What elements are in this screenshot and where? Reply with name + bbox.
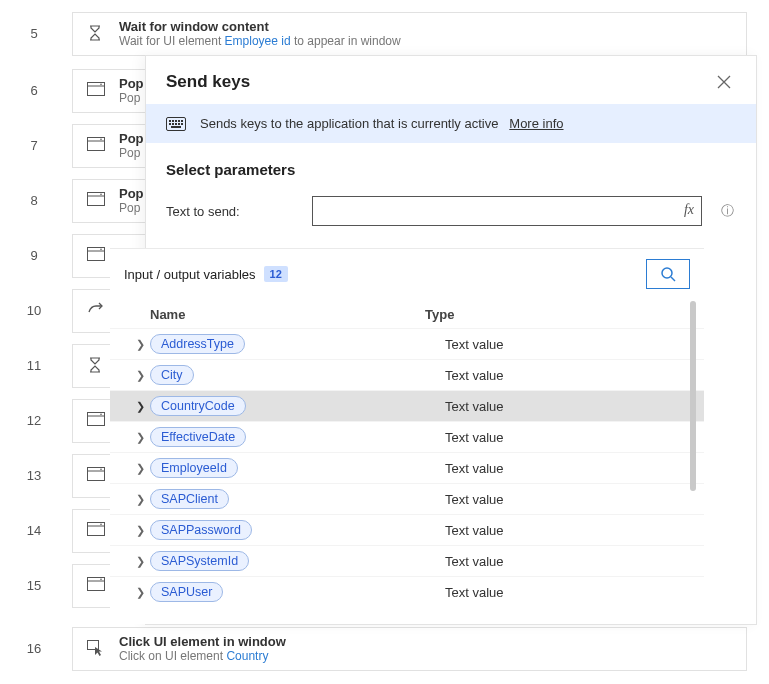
svg-point-20 (100, 524, 102, 526)
chevron-right-icon[interactable]: ❯ (130, 369, 150, 382)
dialog-title: Send keys (166, 72, 250, 92)
chevron-right-icon[interactable]: ❯ (130, 586, 150, 599)
svg-rect-0 (88, 83, 105, 96)
step-number: 6 (24, 83, 44, 98)
variable-row[interactable]: ❯SAPSystemIdText value (110, 545, 704, 576)
window-icon (87, 412, 105, 426)
window-icon (87, 82, 105, 96)
info-text: Sends keys to the application that is cu… (200, 116, 498, 131)
chevron-right-icon[interactable]: ❯ (130, 400, 150, 413)
variable-chip[interactable]: SAPClient (150, 489, 229, 509)
svg-rect-27 (172, 120, 174, 122)
chevron-right-icon[interactable]: ❯ (130, 524, 150, 537)
chevron-right-icon[interactable]: ❯ (130, 431, 150, 444)
chevron-right-icon[interactable]: ❯ (130, 338, 150, 351)
svg-rect-26 (169, 120, 171, 122)
window-icon (87, 577, 105, 591)
variable-row[interactable]: ❯AddressTypeText value (110, 328, 704, 359)
window-icon (87, 192, 105, 206)
svg-rect-28 (175, 120, 177, 122)
step-link[interactable]: Country (226, 649, 268, 663)
variable-row[interactable]: ❯CountryCodeText value (110, 390, 704, 421)
variable-row[interactable]: ❯SAPClientText value (110, 483, 704, 514)
step-card[interactable]: Click UI element in windowClick on UI el… (72, 627, 747, 671)
variable-chip[interactable]: EmployeeId (150, 458, 238, 478)
param-label: Text to send: (166, 204, 296, 219)
svg-point-37 (662, 268, 672, 278)
more-info-link[interactable]: More info (509, 116, 563, 131)
variable-chip[interactable]: SAPUser (150, 582, 223, 602)
svg-rect-29 (178, 120, 180, 122)
variable-chip[interactable]: AddressType (150, 334, 245, 354)
search-button[interactable] (646, 259, 690, 289)
search-icon (660, 266, 676, 282)
variable-chip[interactable]: CountryCode (150, 396, 246, 416)
svg-rect-36 (171, 126, 181, 128)
step-number: 9 (24, 248, 44, 263)
step-subtitle: Wait for UI element Employee id to appea… (119, 34, 736, 48)
svg-point-14 (100, 414, 102, 416)
chevron-right-icon[interactable]: ❯ (130, 555, 150, 568)
step-number: 8 (24, 193, 44, 208)
column-type-header: Type (425, 307, 454, 322)
variable-count-badge: 12 (264, 266, 288, 282)
scrollbar[interactable] (690, 301, 696, 491)
chevron-right-icon[interactable]: ❯ (130, 462, 150, 475)
info-icon[interactable]: ⓘ (718, 202, 736, 220)
svg-point-2 (100, 84, 102, 86)
variable-type: Text value (445, 368, 504, 383)
svg-rect-31 (169, 123, 171, 125)
send-keys-dialog: Send keys Sends keys to the application … (145, 55, 757, 625)
window-icon (87, 247, 105, 261)
close-button[interactable] (712, 70, 736, 94)
svg-rect-30 (181, 120, 183, 122)
svg-rect-3 (88, 138, 105, 151)
column-name-header: Name (150, 307, 425, 322)
chevron-right-icon[interactable]: ❯ (130, 493, 150, 506)
svg-point-23 (100, 579, 102, 581)
svg-rect-21 (88, 578, 105, 591)
hourglass-icon (87, 25, 103, 41)
variable-type: Text value (445, 461, 504, 476)
variable-chip[interactable]: EffectiveDate (150, 427, 246, 447)
variable-type: Text value (445, 492, 504, 507)
variable-row[interactable]: ❯SAPUserText value (110, 576, 704, 607)
close-icon (717, 75, 731, 89)
keyboard-icon (166, 117, 186, 131)
section-heading: Select parameters (166, 161, 736, 178)
svg-rect-24 (88, 641, 99, 650)
variable-type: Text value (445, 523, 504, 538)
svg-point-17 (100, 469, 102, 471)
picker-heading: Input / output variables (124, 267, 256, 282)
svg-point-5 (100, 139, 102, 141)
variable-row[interactable]: ❯CityText value (110, 359, 704, 390)
variable-row[interactable]: ❯EmployeeIdText value (110, 452, 704, 483)
fx-button[interactable]: fx (684, 202, 694, 218)
variable-picker: Input / output variables 12 Name Type ❯A… (110, 248, 704, 624)
svg-rect-32 (172, 123, 174, 125)
variable-type: Text value (445, 585, 504, 600)
svg-point-11 (100, 249, 102, 251)
variable-type: Text value (445, 337, 504, 352)
step-link[interactable]: Employee id (225, 34, 291, 48)
variable-row[interactable]: ❯SAPPasswordText value (110, 514, 704, 545)
svg-rect-34 (178, 123, 180, 125)
step-number: 16 (24, 641, 44, 656)
step-number: 10 (24, 303, 44, 318)
step-number: 13 (24, 468, 44, 483)
svg-line-38 (671, 277, 675, 281)
svg-rect-35 (181, 123, 183, 125)
variable-chip[interactable]: SAPPassword (150, 520, 252, 540)
variable-chip[interactable]: SAPSystemId (150, 551, 249, 571)
variable-type: Text value (445, 430, 504, 445)
step-card[interactable]: Wait for window contentWait for UI eleme… (72, 12, 747, 56)
window-icon (87, 522, 105, 536)
window-icon (87, 467, 105, 481)
arrow-icon (87, 302, 105, 314)
step-number: 15 (24, 578, 44, 593)
variable-chip[interactable]: City (150, 365, 194, 385)
text-to-send-input[interactable] (312, 196, 702, 226)
variable-row[interactable]: ❯EffectiveDateText value (110, 421, 704, 452)
step-title: Click UI element in window (119, 634, 736, 649)
step-subtitle: Click on UI element Country (119, 649, 736, 663)
